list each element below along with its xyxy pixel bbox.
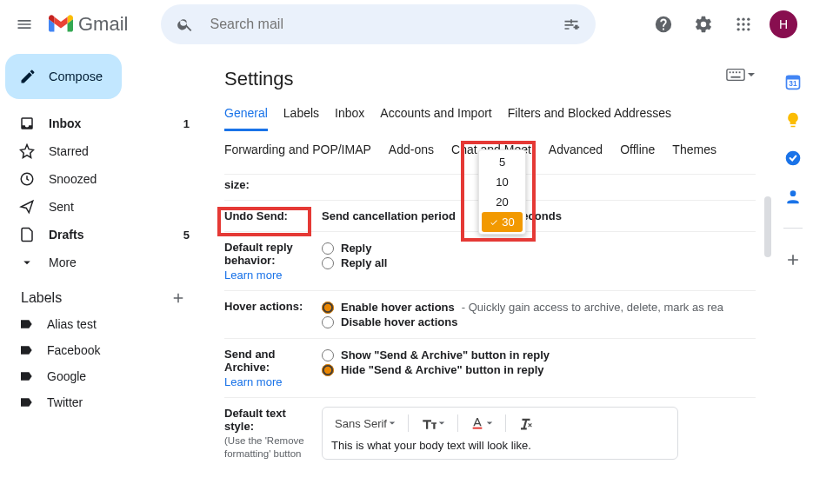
undo-option-20[interactable]: 20 — [479, 192, 525, 212]
label-tag-icon — [19, 395, 33, 409]
search-options-button[interactable] — [554, 7, 589, 42]
undo-send-dropdown[interactable]: 5 10 20 30 — [478, 149, 526, 235]
svg-point-4 — [742, 23, 744, 25]
radio-show-send-archive[interactable] — [322, 349, 334, 361]
remove-format-icon — [518, 416, 534, 430]
gmail-logo[interactable]: Gmail — [49, 13, 154, 36]
label-text: Twitter — [47, 395, 83, 409]
labels-heading: Labels — [21, 290, 62, 306]
support-button[interactable] — [646, 7, 681, 42]
svg-point-3 — [737, 23, 740, 25]
svg-rect-12 — [732, 71, 734, 73]
tab-themes[interactable]: Themes — [672, 143, 716, 165]
svg-point-6 — [737, 28, 740, 30]
input-tools-button[interactable] — [726, 68, 756, 82]
settings-button[interactable] — [686, 7, 721, 42]
radio-hover-enable[interactable] — [322, 302, 334, 314]
text-color-select[interactable] — [467, 414, 496, 432]
svg-point-8 — [747, 28, 750, 30]
tab-labels[interactable]: Labels — [283, 106, 319, 131]
compose-button[interactable]: Compose — [5, 54, 122, 99]
svg-rect-14 — [739, 71, 741, 73]
tasks-icon[interactable] — [784, 149, 802, 167]
keep-icon[interactable] — [784, 111, 802, 129]
sidebar-item-sent[interactable]: Sent — [0, 193, 202, 221]
undo-option-5[interactable]: 5 — [479, 152, 525, 172]
nav-count: 5 — [183, 229, 190, 242]
tab-advanced[interactable]: Advanced — [549, 143, 603, 165]
account-avatar[interactable]: H — [770, 10, 797, 38]
radio-reply[interactable] — [322, 242, 334, 255]
clock-icon — [19, 171, 35, 187]
sidebar-item-drafts[interactable]: Drafts 5 — [0, 221, 202, 249]
font-family-select[interactable]: Sans Serif — [331, 415, 399, 432]
label-text: Alias test — [47, 317, 97, 331]
learn-more-reply[interactable]: Learn more — [224, 269, 315, 282]
setting-label-hover: Hover actions: — [224, 300, 315, 329]
apps-grid-icon — [735, 16, 752, 33]
page-title: Settings — [224, 68, 756, 90]
tab-forwarding[interactable]: Forwarding and POP/IMAP — [224, 143, 371, 165]
tab-filters[interactable]: Filters and Blocked Addresses — [508, 106, 671, 131]
send-icon — [19, 199, 35, 215]
hamburger-icon — [16, 16, 33, 33]
gmail-icon — [49, 15, 73, 34]
keyboard-icon — [726, 68, 745, 82]
radio-reply-all[interactable] — [322, 257, 334, 269]
sidebar-item-starred[interactable]: Starred — [0, 137, 202, 165]
caret-down-icon — [389, 420, 396, 427]
radio-hide-send-archive[interactable] — [322, 364, 334, 376]
learn-more-archive[interactable]: Learn more — [224, 375, 315, 388]
tab-inbox[interactable]: Inbox — [335, 106, 364, 131]
text-size-icon — [421, 417, 436, 429]
tab-accounts[interactable]: Accounts and Import — [380, 106, 491, 131]
apps-button[interactable] — [726, 7, 761, 42]
setting-label-pagesize: size: — [224, 178, 315, 191]
add-label-icon[interactable] — [170, 290, 186, 306]
tab-offline[interactable]: Offline — [620, 143, 655, 165]
add-addon-icon[interactable] — [784, 251, 802, 269]
tab-addons[interactable]: Add-ons — [389, 143, 434, 165]
sidebar-item-more[interactable]: More — [0, 249, 202, 276]
nav-label: Snoozed — [49, 172, 97, 186]
scrollbar[interactable] — [764, 196, 771, 257]
search-icon — [177, 16, 194, 33]
tab-general[interactable]: General — [224, 106, 268, 131]
nav-label: Starred — [49, 144, 89, 158]
svg-rect-10 — [727, 70, 744, 81]
label-alias-test[interactable]: Alias test — [0, 311, 202, 337]
sidebar-item-inbox[interactable]: Inbox 1 — [0, 109, 202, 137]
label-google[interactable]: Google — [0, 363, 202, 389]
label-tag-icon — [19, 317, 33, 331]
svg-point-21 — [790, 190, 796, 196]
search-input[interactable] — [210, 17, 547, 32]
font-size-select[interactable] — [417, 415, 449, 431]
undo-option-10[interactable]: 10 — [479, 172, 525, 192]
nav-label: Sent — [49, 200, 74, 214]
nav-label: More — [49, 255, 77, 269]
undo-text-before: Send cancellation period — [322, 209, 456, 222]
calendar-icon[interactable]: 31 — [784, 73, 802, 90]
text-style-toolbar: Sans Serif — [322, 407, 678, 460]
sidebar-item-snoozed[interactable]: Snoozed — [0, 165, 202, 193]
svg-point-7 — [742, 28, 744, 30]
setting-label-undo: Undo Send: — [224, 209, 315, 222]
label-facebook[interactable]: Facebook — [0, 337, 202, 363]
svg-point-5 — [747, 23, 750, 25]
label-text: Facebook — [47, 343, 100, 357]
help-icon — [654, 15, 673, 34]
check-icon — [490, 218, 498, 227]
remove-formatting-button[interactable] — [515, 414, 537, 432]
compose-label: Compose — [49, 70, 103, 83]
undo-option-30[interactable]: 30 — [482, 212, 523, 232]
svg-point-2 — [747, 18, 750, 21]
search-button[interactable] — [168, 7, 203, 42]
contacts-icon[interactable] — [784, 188, 802, 205]
inbox-icon — [19, 116, 35, 131]
svg-point-1 — [742, 18, 744, 21]
search-bar[interactable] — [161, 4, 596, 44]
radio-hover-disable[interactable] — [322, 316, 334, 328]
main-menu-button[interactable] — [7, 7, 42, 42]
setting-label-default-reply: Default reply behavior: — [224, 241, 293, 267]
label-twitter[interactable]: Twitter — [0, 389, 202, 415]
